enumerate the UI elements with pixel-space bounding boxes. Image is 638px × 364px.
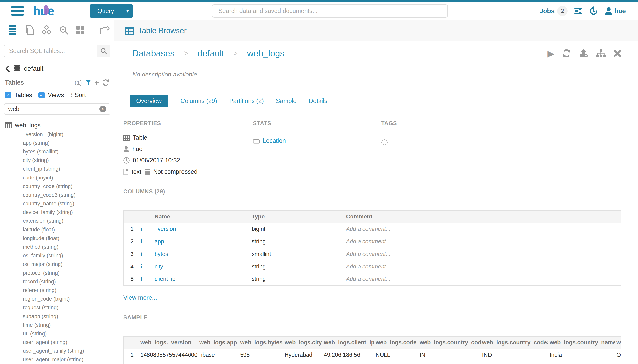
sidebar-column-item[interactable]: app (string) (0, 139, 114, 147)
jobs-link[interactable]: Jobs 2 (539, 6, 567, 16)
hamburger-menu-icon[interactable] (12, 4, 24, 18)
sidebar-column-item[interactable]: os_major (string) (0, 260, 114, 269)
sidebar-column-item[interactable]: country_code3 (string) (0, 191, 114, 199)
sidebar-column-item[interactable]: os_family (string) (0, 252, 114, 260)
add-table-icon[interactable]: + (94, 80, 99, 86)
sample-cell: NULL (374, 348, 418, 361)
search-assist-icon[interactable] (59, 26, 68, 35)
sidebar-column-item[interactable]: subapp (string) (0, 312, 114, 321)
sidebar-column-item[interactable]: protocol (string) (0, 269, 114, 277)
tables-checkbox-label[interactable]: Tables (15, 92, 32, 99)
refresh-table-icon[interactable] (562, 49, 571, 58)
import-data-icon[interactable] (579, 49, 588, 58)
views-checkbox[interactable]: ✓ (39, 92, 45, 98)
column-name-link[interactable]: city (154, 264, 163, 270)
chevron-left-icon[interactable] (5, 65, 10, 72)
sidebar-column-item[interactable]: user_agent_major (string) (0, 355, 114, 364)
info-icon[interactable]: i (141, 238, 143, 245)
column-comment-input[interactable]: Add a comment... (344, 222, 621, 235)
importer-folder-icon[interactable] (100, 26, 110, 35)
tab-sample[interactable]: Sample (276, 98, 297, 104)
breadcrumb-item[interactable]: default (197, 48, 224, 58)
column-name-link[interactable]: _version_ (154, 226, 179, 232)
column-comment-input[interactable]: Add a comment... (344, 235, 621, 248)
view-more-link[interactable]: View more... (123, 294, 157, 301)
query-button-label[interactable]: Query (90, 4, 122, 18)
column-comment-input[interactable]: Add a comment... (344, 273, 621, 285)
sidebar-column-item[interactable]: referer (string) (0, 286, 114, 294)
sql-assist-icon[interactable] (8, 26, 17, 35)
lineage-sitemap-icon[interactable] (596, 49, 606, 58)
sidebar-column-item[interactable]: country_name (string) (0, 200, 114, 208)
query-dropdown-caret[interactable]: ▾ (122, 4, 133, 18)
sidebar-column-item[interactable]: country_code (string) (0, 182, 114, 191)
sidebar-column-item[interactable]: city (string) (0, 156, 114, 165)
row-number: 1 (123, 348, 139, 361)
sort-label[interactable]: Sort (75, 92, 86, 99)
hue-logo[interactable]: hue (33, 4, 54, 18)
column-comment-input[interactable]: Add a comment... (344, 248, 621, 260)
sort-toggle[interactable]: ▲▼ Sort (70, 92, 86, 99)
clear-filter-icon[interactable]: ✕ (99, 106, 106, 112)
table-description: No description available (132, 71, 621, 78)
tables-checkbox[interactable]: ✓ (5, 92, 12, 98)
apps-grid-icon[interactable] (76, 26, 84, 34)
settings-sliders-icon[interactable] (574, 8, 582, 14)
sidebar-column-item[interactable]: code (tinyint) (0, 173, 114, 182)
info-icon[interactable]: i (141, 263, 143, 270)
breadcrumb-item[interactable]: Databases (132, 48, 174, 58)
tab-partitions-2[interactable]: Partitions (2) (229, 98, 264, 104)
query-button[interactable]: Query ▾ (90, 4, 133, 18)
sidebar-column-item[interactable]: bytes (smallint) (0, 147, 114, 156)
sidebar-column-item[interactable]: latitude (float) (0, 225, 114, 234)
info-icon[interactable]: i (141, 276, 143, 282)
sidebar-column-item[interactable]: client_ip (string) (0, 165, 114, 173)
info-icon[interactable]: i (141, 225, 143, 232)
sql-tables-search-icon[interactable] (97, 45, 110, 57)
table-name-filter-input[interactable] (8, 106, 99, 112)
sidebar-column-item[interactable]: longitude (float) (0, 234, 114, 242)
tab-overview[interactable]: Overview (130, 94, 168, 108)
functions-assist-icon[interactable] (42, 26, 52, 35)
refresh-tables-icon[interactable] (102, 79, 109, 86)
sample-table-head-row: web_logs._version_web_logs.appweb_logs.b… (123, 336, 621, 348)
sample-cell: O (615, 361, 621, 364)
history-icon[interactable] (589, 6, 598, 16)
column-name-link[interactable]: bytes (154, 251, 168, 257)
sidebar-column-item[interactable]: extension (string) (0, 217, 114, 225)
user-menu[interactable]: hue (605, 7, 626, 15)
sidebar-column-item[interactable]: url (string) (0, 329, 114, 338)
info-icon[interactable]: i (141, 250, 143, 257)
database-name[interactable]: default (24, 65, 43, 72)
global-search-input[interactable] (212, 4, 448, 18)
tab-columns-29[interactable]: Columns (29) (180, 98, 217, 104)
documents-assist-icon[interactable] (25, 25, 34, 35)
column-name-link[interactable]: client_ip (154, 276, 175, 282)
sql-tables-search-input[interactable] (4, 45, 97, 57)
sidebar-column-item[interactable]: user_agent_family (string) (0, 347, 114, 355)
close-icon[interactable] (613, 50, 621, 57)
tab-details[interactable]: Details (309, 98, 327, 104)
table-entry-web-logs[interactable]: web_logs (6, 122, 114, 129)
breadcrumb-item[interactable]: web_logs (247, 48, 284, 58)
location-link[interactable]: Location (263, 137, 286, 144)
tags-section: TAGS (381, 120, 621, 175)
filter-funnel-icon[interactable] (85, 80, 91, 86)
sidebar-column-item[interactable]: method (string) (0, 242, 114, 251)
query-table-icon[interactable]: ▶ (547, 48, 554, 58)
sidebar-column-item[interactable]: time (string) (0, 321, 114, 329)
tables-count: (1) (75, 79, 82, 86)
sidebar-column-item[interactable]: user_agent (string) (0, 338, 114, 347)
column-name-link[interactable]: app (154, 238, 164, 244)
views-checkbox-label[interactable]: Views (48, 92, 64, 99)
jobs-count-badge: 2 (557, 6, 567, 16)
sidebar-column-item[interactable]: _version_ (bigint) (0, 130, 114, 139)
sidebar-column-item[interactable]: request (string) (0, 304, 114, 312)
sidebar-column-item[interactable]: region_code (bigint) (0, 295, 114, 304)
table-entry-label[interactable]: web_logs (15, 122, 41, 129)
user-name: hue (614, 7, 626, 15)
column-comment-input[interactable]: Add a comment... (344, 260, 621, 273)
sidebar-column-item[interactable]: device_family (string) (0, 208, 114, 217)
sidebar-column-item[interactable]: record (string) (0, 277, 114, 286)
database-breadcrumb-row[interactable]: default (5, 65, 114, 72)
